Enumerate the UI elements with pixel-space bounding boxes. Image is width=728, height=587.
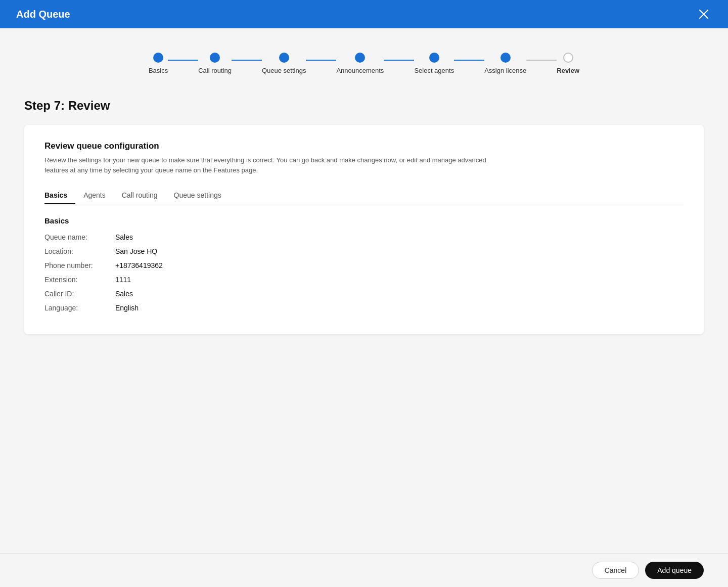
modal-header: Add Queue xyxy=(0,0,728,28)
step-label-assign-license: Assign license xyxy=(484,67,526,74)
step-label-queue-settings: Queue settings xyxy=(262,67,306,74)
value-language: English xyxy=(115,304,139,312)
table-row: Language: English xyxy=(44,304,684,312)
cancel-button[interactable]: Cancel xyxy=(592,562,640,579)
connector-5 xyxy=(454,60,484,61)
step-circle-assign-license xyxy=(500,53,511,63)
connector-2 xyxy=(232,60,262,61)
label-location: Location: xyxy=(44,247,115,255)
card-title: Review queue configuration xyxy=(44,141,684,151)
table-row: Extension: 1111 xyxy=(44,276,684,284)
table-row: Caller ID: Sales xyxy=(44,290,684,298)
step-label-announcements: Announcements xyxy=(336,67,384,74)
connector-6 xyxy=(526,60,557,61)
label-queue-name: Queue name: xyxy=(44,233,115,241)
review-card: Review queue configuration Review the se… xyxy=(24,125,704,334)
step-circle-basics xyxy=(153,53,163,63)
value-location: San Jose HQ xyxy=(115,247,157,255)
label-caller-id: Caller ID: xyxy=(44,290,115,298)
step-label-call-routing: Call routing xyxy=(198,67,232,74)
step-circle-queue-settings xyxy=(279,53,289,63)
card-description: Review the settings for your new queue t… xyxy=(44,155,499,175)
connector-4 xyxy=(384,60,414,61)
step-circle-call-routing xyxy=(210,53,220,63)
connector-3 xyxy=(306,60,336,61)
label-language: Language: xyxy=(44,304,115,312)
step-label-review: Review xyxy=(557,67,579,74)
review-tabs: Basics Agents Call routing Queue setting… xyxy=(44,187,684,204)
step-circle-review xyxy=(563,53,573,63)
value-extension: 1111 xyxy=(115,276,131,284)
table-row: Queue name: Sales xyxy=(44,233,684,241)
tab-queue-settings[interactable]: Queue settings xyxy=(166,187,230,204)
step-circle-select-agents xyxy=(429,53,439,63)
step-label-basics: Basics xyxy=(149,67,168,74)
close-button[interactable] xyxy=(696,6,712,22)
step-review: Review xyxy=(557,53,579,74)
table-row: Phone number: +18736419362 xyxy=(44,261,684,269)
value-phone-number: +18736419362 xyxy=(115,261,163,269)
tab-call-routing[interactable]: Call routing xyxy=(114,187,166,204)
close-icon xyxy=(699,10,708,19)
value-caller-id: Sales xyxy=(115,290,133,298)
modal-footer: Cancel Add queue xyxy=(0,553,728,587)
step-assign-license: Assign license xyxy=(484,53,557,74)
tab-basics[interactable]: Basics xyxy=(44,187,75,204)
section-title-basics: Basics xyxy=(44,216,684,225)
step-select-agents: Select agents xyxy=(414,53,484,74)
tab-agents[interactable]: Agents xyxy=(75,187,114,204)
label-phone-number: Phone number: xyxy=(44,261,115,269)
label-extension: Extension: xyxy=(44,276,115,284)
value-queue-name: Sales xyxy=(115,233,133,241)
step-call-routing: Call routing xyxy=(198,53,262,74)
basics-data-rows: Queue name: Sales Location: San Jose HQ … xyxy=(44,233,684,312)
page-title: Step 7: Review xyxy=(24,99,704,113)
stepper: Basics Call routing Queue settings Ann xyxy=(24,44,704,82)
modal-body: Basics Call routing Queue settings Ann xyxy=(0,28,728,553)
table-row: Location: San Jose HQ xyxy=(44,247,684,255)
step-basics: Basics xyxy=(149,53,198,74)
add-queue-button[interactable]: Add queue xyxy=(645,562,704,579)
step-queue-settings: Queue settings xyxy=(262,53,336,74)
step-label-select-agents: Select agents xyxy=(414,67,454,74)
step-announcements: Announcements xyxy=(336,53,414,74)
step-circle-announcements xyxy=(355,53,365,63)
connector-1 xyxy=(168,60,198,61)
modal-title: Add Queue xyxy=(16,9,70,20)
